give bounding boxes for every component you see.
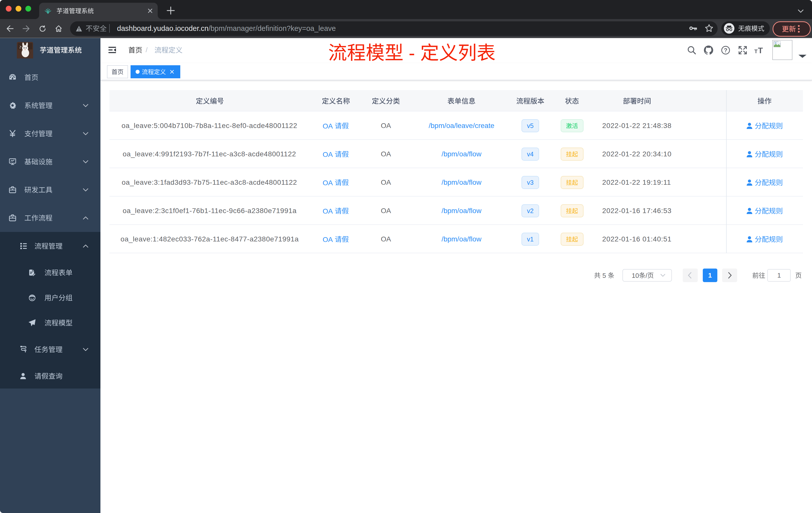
svg-text:OA: OA	[323, 179, 335, 186]
svg-text:OA: OA	[323, 207, 335, 215]
svg-text:OA: OA	[323, 150, 335, 158]
svg-text:-: -	[404, 42, 420, 63]
svg-text:5: 5	[601, 272, 608, 279]
svg-text:10: 10	[632, 272, 639, 279]
svg-text:/: /	[645, 272, 647, 279]
svg-text:OA: OA	[323, 235, 335, 243]
svg-text:OA: OA	[323, 122, 335, 130]
